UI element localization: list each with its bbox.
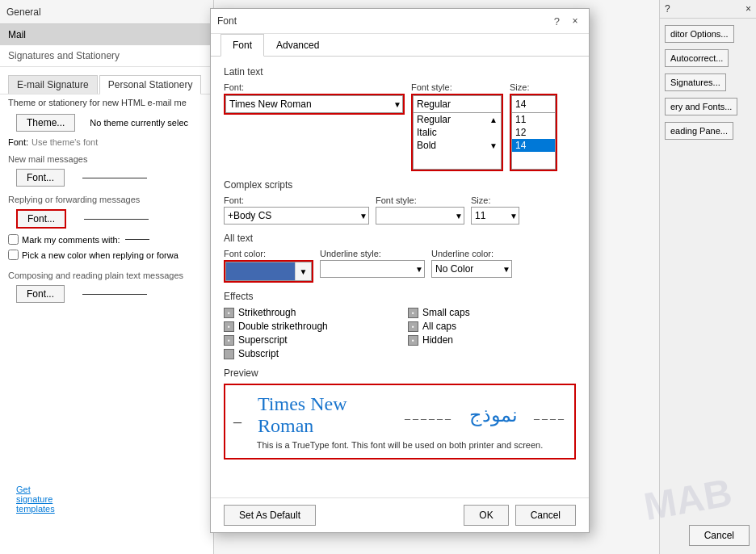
hidden-label: Hidden — [422, 334, 453, 346]
editor-options-btn[interactable]: ditor Options... — [665, 25, 734, 43]
font-style-outline: Regular ▲ Italic Bold ▼ — [411, 94, 503, 171]
dialog-footer: Set As Default OK Cancel — [211, 497, 589, 532]
size-input[interactable] — [511, 95, 556, 113]
complex-fields-row: Font: +Body CS ▼ Font style: ▼ — [224, 195, 576, 225]
color-swatch[interactable] — [226, 262, 295, 280]
help-icon[interactable]: ? — [551, 15, 563, 27]
stationery-fonts-btn[interactable]: ery and Fonts... — [665, 98, 737, 115]
font-color-label: Font color: — [224, 249, 313, 258]
dialog-titlebar: Font ? × — [211, 9, 589, 34]
preview-dash1: _ — [233, 406, 242, 425]
size-wrapper: 11 12 14 — [511, 95, 556, 170]
effect-all-caps: All caps — [408, 321, 576, 332]
font-value-left: Use theme's font — [32, 137, 98, 147]
tab-email-signature[interactable]: E-mail Signature — [8, 75, 98, 94]
left-panel-title: General — [0, 0, 213, 24]
close-dialog-button[interactable]: × — [568, 14, 582, 28]
new-mail-line — [82, 178, 147, 178]
font-name-select[interactable]: Times New Roman — [225, 95, 403, 113]
complex-size-select[interactable]: 11 — [471, 207, 519, 225]
color-checkbox[interactable] — [8, 250, 19, 260]
mail-item[interactable]: Mail — [0, 24, 213, 45]
plain-font-button[interactable]: Font... — [16, 285, 65, 303]
underline-color-select[interactable]: No Color — [431, 260, 512, 278]
strikethrough-checkbox[interactable] — [224, 308, 234, 318]
size-option-11[interactable]: 11 — [512, 113, 555, 126]
size-option-12[interactable]: 12 — [512, 126, 555, 139]
set-as-default-button[interactable]: Set As Default — [224, 505, 316, 526]
cancel-button[interactable]: Cancel — [515, 505, 576, 526]
dialog-controls: ? × — [551, 14, 582, 28]
scroll-down-icon[interactable]: ▼ — [489, 141, 498, 150]
font-name-outline: Times New Roman ▼ — [224, 94, 405, 115]
comments-checkbox[interactable] — [8, 234, 19, 245]
underline-color-label: Underline color: — [431, 249, 512, 258]
tab-advanced[interactable]: Advanced — [264, 34, 331, 56]
all-text-title: All text — [224, 233, 576, 244]
dialog-title: Font — [217, 15, 237, 27]
font-color-swatch-wrapper: ▼ — [224, 260, 313, 283]
font-fields-row: Font: Times New Roman ▼ Font style: — [224, 82, 576, 171]
reply-label: Replying or forwarding messages — [0, 190, 213, 206]
size-list[interactable]: 11 12 14 — [511, 113, 556, 170]
tab-font[interactable]: Font — [220, 34, 264, 57]
scroll-up-icon[interactable]: ▲ — [489, 115, 498, 124]
panel-header: Signatures and Stationery — [0, 45, 213, 67]
underline-color-group: Underline color: No Color ▼ — [431, 249, 512, 283]
reply-line — [84, 219, 149, 220]
preview-box: _ Times New Roman ______ نموذج ____ This… — [224, 384, 576, 460]
right-question: ? — [665, 3, 670, 15]
small-caps-label: Small caps — [422, 307, 470, 318]
effect-strikethrough: Strikethrough — [224, 307, 392, 318]
signature-link[interactable]: Get signature templates — [16, 485, 55, 514]
preview-arabic-text: نموذج — [469, 404, 518, 426]
plain-line — [82, 294, 147, 295]
complex-font-select[interactable]: +Body CS — [224, 207, 369, 225]
font-style-label: Font style: — [411, 82, 503, 92]
right-close-icon[interactable]: × — [746, 3, 751, 15]
autocorrect-btn[interactable]: Autocorrect... — [665, 49, 729, 67]
preview-underline2: ____ — [534, 409, 566, 422]
stationery-tabs: E-mail Signature Personal Stationery — [0, 70, 213, 94]
preview-underline: ______ — [405, 409, 453, 422]
underline-style-group: Underline style: ▼ — [320, 249, 425, 283]
font-dialog: Font ? × Font Advanced Latin text Font: … — [210, 8, 590, 533]
preview-main-text: Times New Roman — [258, 393, 388, 437]
underline-style-select[interactable] — [320, 260, 425, 278]
size-outline: 11 12 14 — [510, 94, 557, 171]
plain-text-label: Composing and reading plain text message… — [0, 266, 213, 282]
effects-grid: Strikethrough Small caps Double striketh… — [224, 307, 576, 359]
all-caps-checkbox[interactable] — [408, 321, 418, 332]
font-style-input[interactable] — [413, 95, 502, 113]
double-strikethrough-checkbox[interactable] — [224, 321, 234, 332]
checkbox-comments: Mark my comments with: — [0, 232, 213, 247]
complex-style-label: Font style: — [376, 195, 464, 205]
new-mail-label: New mail messages — [0, 149, 213, 166]
ok-button[interactable]: OK — [464, 505, 508, 526]
size-option-14[interactable]: 14 — [512, 139, 555, 152]
reply-font-button[interactable]: Font... — [16, 209, 66, 229]
double-strikethrough-label: Double strikethrough — [238, 321, 328, 332]
style-option-italic[interactable]: Italic — [414, 126, 501, 139]
right-panel-titlebar: ? × — [660, 0, 756, 19]
color-swatch-arrow-icon[interactable]: ▼ — [295, 262, 311, 280]
theme-button[interactable]: Theme... — [16, 114, 75, 132]
tab-personal-stationery[interactable]: Personal Stationery — [99, 75, 202, 94]
hidden-checkbox[interactable] — [408, 335, 418, 346]
signatures-btn[interactable]: Signatures... — [665, 73, 726, 91]
style-option-regular[interactable]: Regular ▲ — [414, 113, 501, 126]
style-option-bold[interactable]: Bold ▼ — [414, 139, 501, 152]
theme-value: No theme currently selec — [90, 118, 188, 128]
latin-text-title: Latin text — [224, 66, 576, 78]
dialog-body: Latin text Font: Times New Roman ▼ Font … — [211, 57, 589, 515]
new-mail-font-button[interactable]: Font... — [16, 169, 65, 187]
effect-double-strikethrough: Double strikethrough — [224, 321, 392, 332]
subscript-checkbox[interactable] — [224, 349, 234, 359]
font-style-list: Regular ▲ Italic Bold ▼ — [413, 113, 502, 170]
right-cancel-btn[interactable]: Cancel — [689, 525, 750, 546]
reading-pane-btn[interactable]: eading Pane... — [665, 122, 733, 140]
font-label-left: Font: — [8, 137, 28, 147]
small-caps-checkbox[interactable] — [408, 308, 418, 318]
complex-style-select[interactable] — [376, 207, 464, 225]
superscript-checkbox[interactable] — [224, 335, 234, 346]
